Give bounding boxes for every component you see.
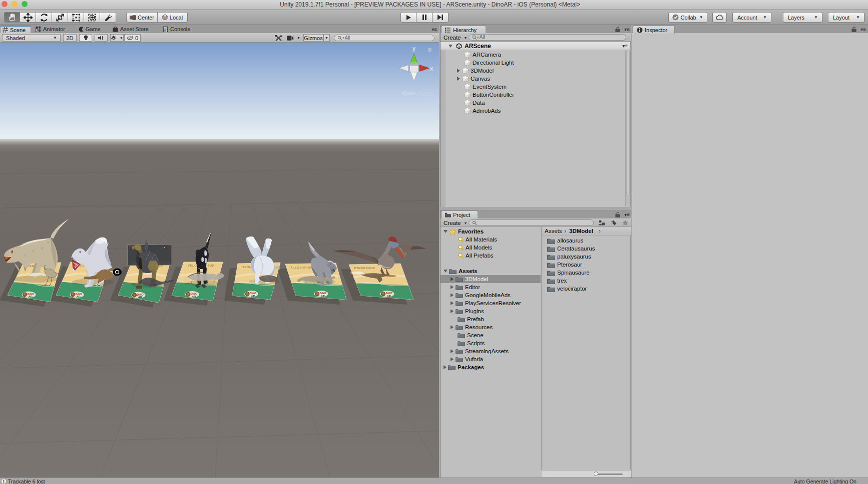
svg-text:AR: AR — [386, 295, 391, 298]
svg-text:y: y — [412, 45, 415, 52]
svg-text:ALLOSAURUS: ALLOSAURUS — [290, 266, 314, 269]
svg-text:AR: AR — [76, 295, 81, 298]
svg-text:Persp: Persp — [417, 90, 433, 97]
svg-text:AR: AR — [250, 295, 255, 298]
svg-text:AR: AR — [28, 295, 33, 298]
svg-text:AR: AR — [320, 295, 325, 298]
svg-text:PTEROSAUR: PTEROSAUR — [354, 267, 375, 270]
svg-text:AR: AR — [138, 296, 142, 299]
svg-text:AR: AR — [191, 295, 196, 298]
svg-text:x: x — [430, 65, 433, 72]
